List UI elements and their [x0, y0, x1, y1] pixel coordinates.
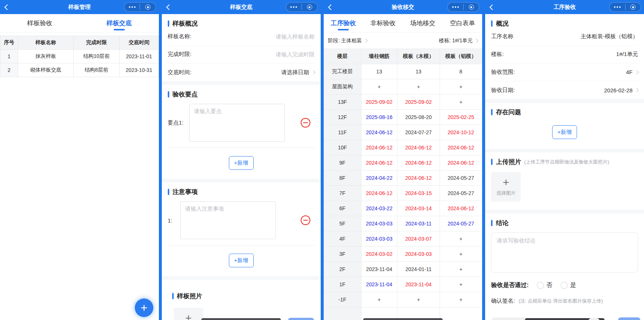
remove-item-icon[interactable] [301, 215, 310, 225]
date-cell[interactable]: 2024-06-12 [397, 171, 440, 186]
capsule-record-icon[interactable] [140, 3, 156, 11]
pass-label: 验收是否通过: [491, 281, 528, 289]
sample-name-input[interactable] [191, 33, 315, 40]
tab-nonstandard-acceptance[interactable]: 非标验收 [363, 14, 403, 32]
app-screens: 样板管理 样板验收 样板交底 序号 样板名称 完成时限 交底时间 [0, 0, 644, 320]
more-icon[interactable] [448, 3, 463, 11]
date-cell[interactable]: 2024-03-03 [361, 216, 397, 231]
date-cell[interactable]: 2024-06-12 [361, 186, 397, 201]
capsule-record-icon[interactable] [302, 3, 317, 11]
date-cell[interactable]: 8 [440, 64, 482, 79]
date-cell[interactable]: 2024-07-27 [397, 125, 440, 140]
date-cell[interactable]: 2024-03-22 [361, 201, 397, 216]
add-fab-button[interactable]: + [135, 298, 153, 317]
wechat-capsule [609, 2, 641, 12]
date-cell[interactable]: 2023-11-04 [361, 262, 397, 277]
date-cell[interactable]: 2025-09-02 [361, 95, 397, 110]
tab-sample-acceptance[interactable]: 样板验收 [0, 14, 79, 32]
floor-row: 1F2023-11-042023-11-04+ [324, 277, 482, 292]
floor-cell: 9F [324, 155, 361, 171]
date-cell[interactable]: 2024-03-02 [361, 247, 397, 262]
col-deadline: 完成时限 [74, 36, 120, 50]
date-cell[interactable]: 2024-05-27 [440, 171, 482, 186]
date-cell[interactable]: 2025-08-20 [397, 110, 440, 125]
date-cell[interactable]: 2025-08-16 [361, 110, 397, 125]
field-value: 2026-02-28 [515, 87, 633, 93]
wechat-capsule [124, 2, 156, 12]
capsule-record-icon[interactable] [625, 3, 641, 11]
date-cell[interactable]: 2024-03-03 [361, 231, 397, 247]
field-disclosure-date[interactable]: 交底时间: 请选择日期 [168, 63, 315, 81]
panel-acceptance-transfer: 验收移交 工序验收 非标验收 场地移交 空白表单 阶段: 主体粗装 楼栋: 1#… [324, 0, 483, 320]
add-problem-button[interactable]: +新增 [552, 125, 577, 139]
image-picker[interactable]: + 选择图片 [174, 308, 203, 320]
col-aluminum-formwork: 模板（铝模） [440, 49, 482, 64]
date-cell[interactable]: 2024-05-27 [440, 216, 482, 231]
cutoff-sign-button [492, 318, 529, 320]
col-disclosure-time: 交底时间 [120, 36, 159, 50]
floor-row: 9F2024-06-122024-06-122024-06-12 [324, 155, 482, 171]
stage-filter[interactable]: 阶段: 主体粗装 [328, 37, 367, 44]
floor-cell: 12F [324, 110, 361, 125]
date-cell[interactable]: 2025-02-25 [440, 110, 482, 125]
more-icon[interactable] [124, 3, 140, 11]
deadline-input[interactable] [191, 51, 315, 57]
floor-cell: 完工楼层 [324, 64, 361, 79]
date-cell[interactable]: 2023-11-04 [397, 277, 440, 292]
capsule-record-icon[interactable] [464, 3, 479, 11]
date-cell[interactable]: 2024-03-11 [397, 216, 440, 231]
radio-option-no[interactable]: 否 [537, 281, 553, 289]
chevron-right-icon [634, 70, 638, 74]
radio-option-yes[interactable]: 是 [561, 281, 576, 289]
tabbar: 工序验收 非标验收 场地移交 空白表单 [324, 14, 483, 33]
table-row[interactable]: 2砌体样板交底结构8层前2023-10-31 [0, 63, 159, 77]
section-overview: 概况 [491, 19, 638, 28]
date-cell[interactable]: 2024-10-12 [440, 125, 482, 140]
tab-site-transfer[interactable]: 场地移交 [403, 14, 443, 32]
date-cell[interactable]: 2024-06-12 [397, 140, 440, 155]
date-cell[interactable]: 2024-06-12 [361, 125, 397, 140]
conclusion-textarea[interactable] [491, 232, 638, 273]
date-cell[interactable]: 2024-06-12 [440, 201, 482, 216]
note-textarea[interactable] [180, 201, 276, 239]
remove-item-icon[interactable] [301, 118, 310, 128]
date-cell[interactable]: 2024-03-03 [397, 247, 440, 262]
field-value: 4F [515, 69, 633, 75]
date-cell[interactable]: 2023-11-04 [361, 277, 397, 292]
date-cell[interactable]: 2024-06-12 [361, 140, 397, 155]
sign-label: 确认签名: [491, 297, 515, 304]
add-note-button[interactable]: +新增 [229, 254, 254, 267]
date-cell[interactable]: 13 [361, 64, 397, 79]
stage-label: 阶段: [328, 37, 340, 44]
more-icon[interactable] [286, 3, 302, 11]
floor-cell: 7F [324, 186, 361, 201]
date-cell[interactable]: 2024-03-15 [397, 186, 440, 201]
table-row[interactable]: 1抹灰样板结构10层前2023-11-01 [0, 50, 159, 63]
date-cell[interactable]: 2024-04-22 [361, 171, 397, 186]
date-cell[interactable]: 2024-03-14 [397, 201, 440, 216]
date-cell[interactable]: 13 [397, 64, 440, 79]
image-picker[interactable]: + 选择图片 [491, 172, 521, 202]
date-cell[interactable]: 2025-09-02 [397, 95, 440, 110]
date-cell[interactable]: 2024-06-12 [440, 140, 482, 155]
tab-process-acceptance[interactable]: 工序验收 [324, 14, 363, 32]
add-point-button[interactable]: +新增 [229, 156, 254, 170]
date-cell[interactable]: 2024-06-12 [440, 155, 482, 171]
tab-blank-form[interactable]: 空白表单 [443, 14, 482, 32]
field-acceptance-scope[interactable]: 验收范围: 4F [491, 63, 638, 81]
date-cell[interactable]: 2024-06-12 [361, 155, 397, 171]
date-cell[interactable]: 2024-06-12 [397, 155, 440, 171]
field-acceptance-date[interactable]: 验收日期: 2026-02-28 [491, 81, 638, 99]
section-acceptance-points: 验收要点 [168, 90, 315, 99]
date-cell[interactable]: 2024-01-11 [397, 262, 440, 277]
col-wall-rebar: 墙柱钢筋 [361, 49, 397, 64]
point-textarea[interactable] [189, 104, 285, 142]
sample-table-area: 序号 样板名称 完成时限 交底时间 1抹灰样板结构10层前2023-11-012… [0, 33, 159, 320]
building-filter[interactable]: 楼栋: 1#/1单元 [439, 37, 478, 44]
date-cell[interactable]: 2024-05-27 [440, 186, 482, 201]
tab-sample-disclosure[interactable]: 样板交底 [79, 14, 159, 32]
section-sample-photos: 样板照片 [172, 292, 315, 300]
date-cell[interactable]: 2024-03-07 [397, 231, 440, 247]
more-icon[interactable] [610, 3, 625, 11]
cutoff-bottom-bar [363, 318, 443, 320]
